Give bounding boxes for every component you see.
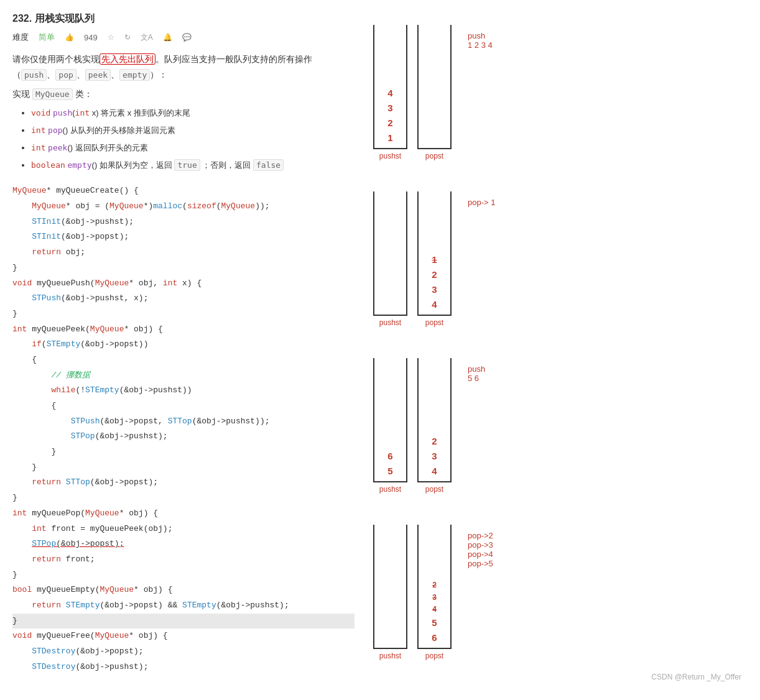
- code-line: }: [12, 444, 355, 460]
- popst-wrapper-4: 2 3 4 5 6 popst: [417, 525, 452, 660]
- translate-icon[interactable]: 文A: [141, 32, 153, 43]
- stack-item: 5: [419, 615, 450, 630]
- code-line: STPop(&obj->pushst);: [12, 429, 355, 444]
- stack-item: 3: [419, 449, 450, 464]
- diagram-2: pushst 1 2 3 4 popst pop-> 1: [373, 191, 748, 327]
- code-line: STPush(&obj->pushst, x);: [12, 291, 355, 306]
- annotation-4: pop->2pop->3pop->4pop->5: [468, 525, 493, 568]
- code-line: bool myQueueEmpty(MyQueue* obj) {: [12, 583, 355, 598]
- code-line: STPop(&obj->popst);: [12, 537, 355, 552]
- implement-line: 实现 MyQueue 类：: [12, 89, 355, 100]
- star-icon[interactable]: ☆: [108, 33, 114, 42]
- method-empty: boolean empty() 如果队列为空，返回 true ；否则，返回 fa…: [31, 157, 355, 173]
- comment-icon[interactable]: 💬: [182, 33, 192, 42]
- csdn-watermark: CSDN @Return _My_Offer: [651, 673, 741, 681]
- pushst-box-3: 6 5: [373, 358, 407, 482]
- code-line: STInit(&obj->pushst);: [12, 214, 355, 230]
- difficulty-label: 难度: [12, 32, 29, 43]
- stack-item-crossed: 4: [419, 604, 450, 615]
- stack-item-crossed: 1: [419, 252, 450, 267]
- right-panel: 4 3 2 1 pushst popst push1 2 3 4: [361, 12, 748, 688]
- stack-item: 4: [419, 297, 450, 312]
- page-container: 232. 用栈实现队列 难度 简单 👍 949 ☆ ↻ 文A 🔔 💬 请你仅使用…: [12, 12, 748, 688]
- pushst-wrapper-4: pushst: [373, 525, 407, 660]
- code-line: return front;: [12, 552, 355, 568]
- pushst-label-2: pushst: [379, 318, 401, 327]
- method-push: void push(int x) 将元素 x 推到队列的末尾: [31, 105, 355, 121]
- stack-item: 4: [374, 86, 406, 101]
- stack-item: 2: [374, 116, 406, 131]
- annotation-2: pop-> 1: [468, 191, 495, 207]
- code-line: }: [12, 306, 355, 322]
- inline-code-empty: empty: [119, 69, 150, 81]
- code-line: MyQueue* obj = (MyQueue*)malloc(sizeof(M…: [12, 199, 355, 214]
- pushst-wrapper-1: 4 3 2 1 pushst: [373, 25, 407, 160]
- diagram-3: 6 5 pushst 2 3 4 popst pu: [373, 358, 748, 494]
- popst-box-3: 2 3 4: [417, 358, 452, 482]
- stack-item: 3: [374, 101, 406, 116]
- popst-wrapper-1: popst: [417, 25, 452, 160]
- popst-box-1: [417, 25, 452, 149]
- problem-description: 请你仅使用两个栈实现先入先出队列。队列应当支持一般队列支持的所有操作（push、…: [12, 52, 355, 83]
- left-panel: 232. 用栈实现队列 难度 简单 👍 949 ☆ ↻ 文A 🔔 💬 请你仅使用…: [12, 12, 361, 688]
- meta-row: 难度 简单 👍 949 ☆ ↻ 文A 🔔 💬: [12, 32, 355, 43]
- stack-item: 2: [419, 434, 450, 449]
- inline-code-true: true: [174, 159, 200, 171]
- code-line: void myQueuePush(MyQueue* obj, int x) {: [12, 276, 355, 292]
- pushst-wrapper-2: pushst: [373, 191, 407, 327]
- stack-item: 5: [374, 464, 406, 479]
- code-line: STPush(&obj->popst, STTop(&obj->pushst))…: [12, 414, 355, 430]
- code-line: }: [12, 460, 355, 476]
- popst-box-2: 1 2 3 4: [417, 191, 452, 316]
- code-line: STInit(&obj->popst);: [12, 229, 355, 245]
- diagram-1: 4 3 2 1 pushst popst push1 2 3 4: [373, 25, 748, 160]
- code-line: }: [12, 568, 355, 583]
- code-line: void myQueueFree(MyQueue* obj) {: [12, 629, 355, 644]
- bell-icon[interactable]: 🔔: [163, 33, 172, 42]
- code-line: }: [12, 260, 355, 276]
- pushst-label-1: pushst: [379, 152, 401, 160]
- pushst-label-4: pushst: [379, 652, 401, 660]
- popst-wrapper-3: 2 3 4 popst: [417, 358, 452, 494]
- code-line: if(STEmpty(&obj->popst)): [12, 337, 355, 352]
- popst-box-4: 2 3 4 5 6: [417, 525, 452, 649]
- diagrams-section: 4 3 2 1 pushst popst push1 2 3 4: [373, 12, 748, 660]
- code-line: {: [12, 352, 355, 368]
- method-pop: int pop() 从队列的开头移除并返回元素: [31, 122, 355, 139]
- method-list: void push(int x) 将元素 x 推到队列的末尾 int pop()…: [12, 105, 355, 173]
- code-line: int myQueuePop(MyQueue* obj) {: [12, 506, 355, 522]
- inline-code-push: push: [21, 69, 47, 81]
- diagram-4: pushst 2 3 4 5 6 popst pop->2pop->3p: [373, 525, 748, 660]
- annotation-3: push5 6: [468, 358, 485, 383]
- like-count: 949: [84, 33, 98, 42]
- code-line: STDestroy(&obj->pushst);: [12, 660, 355, 675]
- pushst-box-2: [373, 191, 407, 316]
- annotation-1: push1 2 3 4: [468, 25, 493, 50]
- stack-item: 6: [374, 449, 406, 464]
- stack-item-crossed: 2: [419, 579, 450, 591]
- code-line: return STEmpty(&obj->popst) && STEmpty(&…: [12, 598, 355, 614]
- code-line: MyQueue* myQueueCreate() {: [12, 183, 355, 199]
- difficulty-value: 简单: [39, 32, 55, 43]
- like-icon[interactable]: 👍: [65, 33, 74, 42]
- code-line: while(!STEmpty(&obj->pushst)): [12, 383, 355, 398]
- inline-code-myqueue: MyQueue: [32, 88, 73, 100]
- popst-label-1: popst: [425, 152, 443, 160]
- inline-code-peek: peek: [85, 69, 111, 81]
- stack-item: 4: [419, 464, 450, 479]
- code-line: int front = myQueuePeek(obj);: [12, 522, 355, 537]
- popst-wrapper-2: 1 2 3 4 popst: [417, 191, 452, 327]
- pushst-label-3: pushst: [379, 485, 401, 494]
- popst-label-3: popst: [425, 485, 443, 494]
- code-line: {: [12, 398, 355, 414]
- refresh-icon[interactable]: ↻: [124, 33, 131, 42]
- code-line: STDestroy(&obj->popst);: [12, 644, 355, 660]
- stack-item-crossed: 3: [419, 592, 450, 604]
- pushst-box-1: 4 3 2 1: [373, 25, 407, 149]
- stack-item: 2: [419, 267, 450, 282]
- pushst-box-4: [373, 525, 407, 649]
- stack-item: 1: [374, 131, 406, 145]
- stack-item: 3: [419, 282, 450, 297]
- code-line: // 挪数据: [12, 368, 355, 384]
- inline-code-pop: pop: [55, 69, 76, 81]
